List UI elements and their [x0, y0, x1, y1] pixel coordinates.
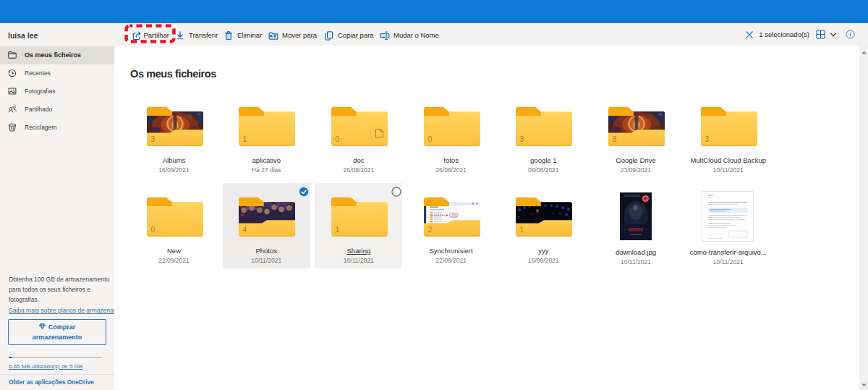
svg-text:3: 3 — [150, 135, 155, 143]
svg-text:8: 8 — [613, 135, 617, 143]
svg-text:3: 3 — [705, 135, 709, 143]
svg-text:2: 2 — [427, 225, 432, 234]
svg-text:0: 0 — [427, 135, 432, 143]
svg-text:4: 4 — [243, 225, 247, 234]
svg-text:3: 3 — [520, 135, 524, 143]
svg-text:1: 1 — [243, 135, 247, 143]
svg-text:0: 0 — [150, 225, 155, 234]
svg-text:1: 1 — [335, 225, 339, 234]
svg-text:0: 0 — [335, 135, 339, 143]
svg-text:1: 1 — [520, 225, 524, 234]
